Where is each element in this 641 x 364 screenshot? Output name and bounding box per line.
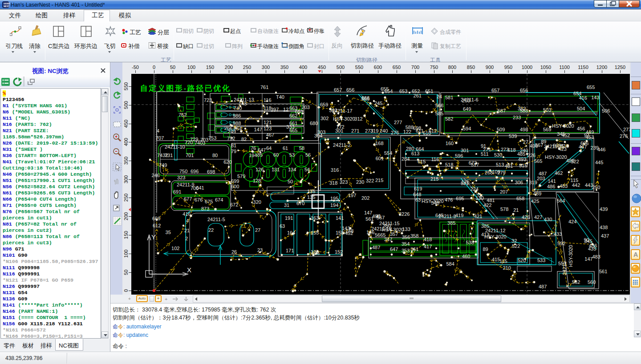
svg-text:191: 191	[285, 215, 293, 221]
svg-text:675: 675	[205, 199, 213, 204]
svg-text:433: 433	[554, 231, 562, 237]
svg-text:31: 31	[284, 202, 289, 208]
svg-text:988: 988	[233, 121, 241, 126]
svg-text:302: 302	[320, 116, 329, 121]
svg-text:147: 147	[584, 256, 592, 262]
svg-text:565: 565	[534, 158, 542, 164]
svg-text:578: 578	[500, 206, 508, 212]
svg-text:322: 322	[366, 178, 374, 183]
svg-text:696: 696	[191, 169, 199, 174]
svg-text:385: 385	[447, 220, 455, 226]
svg-text:397: 397	[271, 107, 279, 112]
svg-text:250: 250	[592, 185, 600, 190]
svg-text:503: 503	[543, 107, 551, 113]
svg-text:21: 21	[184, 228, 190, 233]
svg-text:656: 656	[346, 87, 354, 93]
svg-text:873: 873	[201, 206, 209, 211]
svg-text:116: 116	[264, 97, 272, 103]
svg-text:97: 97	[584, 133, 589, 138]
svg-text:115: 115	[571, 178, 579, 183]
svg-text:618: 618	[507, 147, 515, 153]
svg-text:35: 35	[166, 230, 171, 235]
svg-text:418: 418	[424, 237, 432, 242]
svg-text:612: 612	[153, 223, 161, 228]
svg-text:64: 64	[266, 146, 272, 151]
svg-text:649: 649	[463, 106, 471, 112]
svg-text:53: 53	[289, 152, 295, 158]
svg-text:215: 215	[430, 176, 438, 182]
svg-text:HSY-3020: HSY-3020	[568, 245, 573, 267]
svg-text:54: 54	[304, 167, 310, 172]
svg-text:647: 647	[258, 147, 266, 153]
svg-text:207: 207	[500, 189, 508, 194]
svg-text:76: 76	[251, 146, 256, 151]
svg-text:430: 430	[544, 217, 552, 222]
svg-text:416: 416	[183, 211, 191, 217]
svg-text:27: 27	[255, 227, 260, 233]
svg-text:203: 203	[462, 98, 470, 103]
svg-text:230: 230	[356, 179, 364, 185]
svg-text:419: 419	[455, 213, 463, 218]
svg-text:320: 320	[253, 199, 261, 205]
svg-text:3226: 3226	[399, 211, 410, 217]
svg-text:143: 143	[239, 101, 247, 106]
svg-text:82: 82	[241, 137, 247, 142]
svg-text:HSY-3020: HSY-3020	[545, 154, 567, 160]
svg-text:323: 323	[340, 179, 348, 185]
svg-text:81: 81	[231, 143, 236, 148]
svg-text:594: 594	[463, 126, 471, 131]
svg-text:352: 352	[518, 106, 526, 111]
svg-text:24211-2: 24211-2	[333, 142, 351, 148]
svg-text:582: 582	[445, 116, 453, 121]
svg-text:761: 761	[260, 85, 268, 90]
svg-text:467: 467	[266, 132, 274, 138]
svg-text:277: 277	[394, 120, 402, 125]
svg-text:276: 276	[391, 130, 399, 135]
svg-text:202: 202	[361, 195, 369, 201]
svg-text:476: 476	[445, 197, 453, 202]
svg-text:210: 210	[503, 265, 511, 271]
svg-text:HSY-3020: HSY-3020	[484, 234, 507, 239]
svg-text:676: 676	[195, 197, 203, 202]
svg-text:680: 680	[310, 121, 318, 126]
svg-text:695: 695	[456, 196, 464, 201]
svg-text:89: 89	[483, 247, 488, 252]
svg-text:600: 600	[231, 184, 239, 189]
svg-text:647: 647	[390, 247, 398, 252]
svg-text:674: 674	[215, 197, 223, 202]
svg-text:203: 203	[537, 176, 545, 181]
svg-text:606: 606	[580, 141, 588, 146]
svg-text:653: 653	[399, 89, 407, 94]
svg-text:489: 489	[533, 191, 541, 196]
svg-text:613: 613	[411, 151, 419, 156]
svg-text:585: 585	[435, 111, 443, 116]
svg-text:561: 561	[365, 216, 373, 222]
svg-text:141: 141	[336, 215, 344, 221]
svg-text:425: 425	[531, 198, 539, 204]
svg-text:197: 197	[348, 193, 356, 198]
svg-text:515: 515	[519, 163, 527, 168]
svg-text:143: 143	[591, 95, 599, 100]
svg-text:354: 354	[402, 241, 410, 247]
svg-text:564: 564	[557, 198, 565, 203]
svg-text:24211-5: 24211-5	[207, 217, 225, 222]
svg-text:4: 4	[186, 218, 189, 223]
svg-text:657: 657	[334, 87, 342, 93]
svg-text:233: 233	[513, 115, 521, 120]
svg-text:121: 121	[264, 120, 272, 125]
svg-text:126: 126	[256, 167, 264, 172]
svg-text:562: 562	[572, 279, 580, 285]
svg-text:61: 61	[283, 146, 288, 151]
svg-text:23: 23	[257, 247, 263, 253]
svg-text:41: 41	[376, 214, 381, 219]
svg-text:677: 677	[184, 196, 192, 202]
svg-text:560: 560	[588, 279, 596, 285]
svg-text:102: 102	[171, 246, 179, 251]
svg-text:554: 554	[384, 150, 392, 156]
svg-text:672: 672	[230, 202, 238, 207]
svg-text:5665: 5665	[375, 232, 385, 238]
svg-text:653: 653	[295, 109, 303, 114]
svg-text:579: 579	[237, 174, 245, 179]
svg-text:24211-15: 24211-15	[379, 221, 400, 226]
svg-text:701: 701	[186, 153, 194, 158]
